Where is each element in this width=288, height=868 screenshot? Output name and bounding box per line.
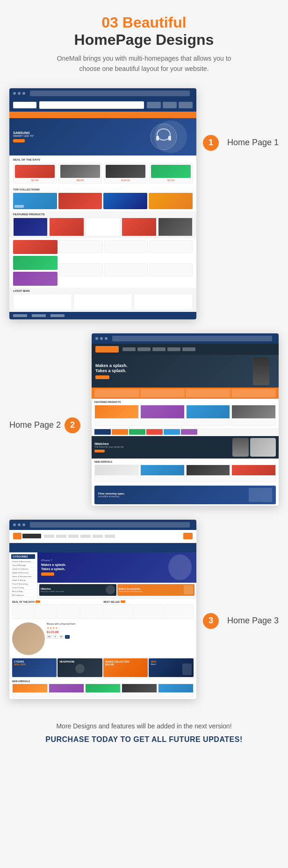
hp2-cat-2 [112, 429, 128, 435]
hp3-star-1: ★ [47, 626, 49, 629]
hp1-mini-2 [104, 240, 148, 253]
hp3-deal-products [12, 604, 102, 619]
hp2-dot2 [100, 337, 103, 340]
footer-cta: PURCHASE TODAY TO GET ALL FUTURE UPDATES… [45, 735, 242, 744]
hp3-best-p1 [103, 604, 133, 619]
hp3-promo-banners: iWatches Hurry for a whole new watch iPa… [37, 583, 196, 597]
hp2-prod-4 [231, 405, 276, 426]
hp1-product-img-shirt [15, 165, 55, 178]
hp1-nav [9, 99, 196, 112]
hp3-deal-p1 [12, 604, 34, 619]
hp3-size-l: L [65, 635, 70, 639]
hp1-collection-2 [58, 193, 102, 209]
hp3-star-5: ★ [58, 626, 60, 629]
hp2-promo-1 [94, 389, 139, 397]
hp2-cat-4 [146, 429, 163, 435]
hp1-product-mini-grid [59, 240, 193, 286]
hp1-news-3 [134, 294, 193, 310]
hp2-promo-3 [186, 389, 230, 397]
hp3-nav-link-3 [68, 535, 79, 538]
hp3-best-p2 [134, 604, 163, 619]
hp1-headphones-icon [150, 123, 178, 151]
hp3-url-bar [30, 522, 190, 528]
hp1-news-row [13, 294, 193, 310]
hp3-best-badge [121, 600, 125, 603]
hp1-browser-header [9, 88, 196, 99]
hp3-size-row: XS S M L [47, 635, 194, 639]
svg-rect-3 [168, 136, 171, 141]
hp3-hero-title-2: Takes a splash. [41, 567, 66, 571]
hp3-cart [183, 533, 193, 539]
hp1-badge: 1 [203, 135, 219, 151]
hp3-hero: iPhone 7 Makes a splash. Takes a splash. [37, 552, 196, 583]
hp2-hero-text: Makes a splash. Takes a splash. [95, 363, 128, 379]
hp1-promo-card-2 [13, 256, 58, 270]
hp2-nav-link-4 [167, 347, 180, 351]
hp1-collections-row [13, 193, 193, 209]
subtitle: OneMall brings you with multi-homepages … [46, 53, 242, 74]
hp3-hero-cta [41, 572, 54, 576]
hp3-best-label: BEST SELLER [103, 600, 119, 603]
hp1-latest: LATEST NEWS [9, 288, 196, 312]
hp3-browser-header [9, 520, 196, 530]
hp1-featured-3 [86, 218, 120, 236]
hp1-url-bar [30, 91, 190, 96]
hp2-new-arrivals: NEW ARRIVALS [92, 459, 279, 484]
hp3-shoes-price: $24.99 [105, 663, 146, 666]
hp1-product-4: $15.00 [149, 163, 193, 183]
hp1-featured: FEATURED PRODUCTS [9, 211, 196, 238]
hp3-cat-4: Digital & Electronics [11, 571, 35, 575]
hp2-screenshot-wrapper: Makes a splash. Takes a splash. FEATURED… [92, 333, 279, 506]
hp3-main-content: iPhone 7 Makes a splash. Takes a splash. [37, 552, 196, 599]
hp3-iphone-label: iPhone 7 [41, 559, 66, 562]
hp1-dot2 [18, 92, 21, 95]
hp1-footer [9, 312, 196, 319]
hp3-promo-hp-label: HEADPHONE [59, 660, 100, 663]
hp2-hero-btn [95, 375, 109, 379]
hp1-news-1 [13, 294, 72, 310]
hp3-hero-title-1: Makes a splash. [41, 563, 66, 567]
hp3-featured-big: Blouse with a flounced hem ★ ★ ★ ★ ★ $11… [9, 621, 196, 657]
hp2-tv-promo: Flow amazing apps, incredible streaming [94, 486, 276, 504]
hp3-bestseller-col: BEST SELLER [103, 600, 193, 619]
hp2-iwatches-section: iWatches The finest for your whole life [92, 436, 279, 459]
hp1-mini-6 [149, 263, 193, 276]
hp3-stars: ★ ★ ★ ★ ★ [47, 626, 194, 629]
title-normal: HomePage Designs [74, 31, 214, 49]
hp2-watch-2 [250, 438, 276, 457]
hp2-products-section: FEATURED PRODUCTS [92, 399, 279, 428]
hp1-promo-card-1 [13, 240, 58, 254]
hp1-browser: SAMSUNG SMART LED 70" [9, 88, 196, 319]
hp1-featured-4 [122, 218, 156, 236]
hp1-footer-link-1 [13, 314, 27, 317]
hp1-product-price-3: $119.00 [121, 179, 130, 182]
hp2-nav-link-1 [122, 347, 136, 351]
hp3-new-4 [122, 684, 157, 698]
hp3-deal-p2 [35, 604, 57, 619]
hp2-product-grid [94, 405, 276, 426]
hp1-deals-title: DEAL OF THE DAYS [13, 158, 193, 161]
hp3-sidebar: CATEGORIES Fashion & Accessories Toys & … [9, 552, 37, 599]
hp3-new-row [12, 684, 194, 698]
hp1-footer-link-2 [32, 314, 46, 317]
hp2-cat-3 [129, 429, 145, 435]
hp3-cat-9: Mom & Baby [11, 590, 35, 593]
hp2-products-title: FEATURED PRODUCTS [94, 401, 276, 403]
hp3-new-arrivals: NEW ARRIVALS [9, 678, 196, 699]
hp2-nav-links [122, 347, 275, 351]
hp1-nav-icon-3 [179, 102, 193, 108]
hp3-deal-p3 [58, 604, 79, 619]
hp3-subbar [9, 543, 196, 552]
hp2-nav-link-3 [152, 347, 166, 351]
hp1-featured-1 [13, 218, 48, 236]
hp1-hero-text: SAMSUNG SMART LED 70" [13, 131, 34, 142]
hp1-product-img-headphones [106, 165, 145, 178]
hp2-iwatches-text: iWatches The finest for your whole life [94, 442, 230, 452]
hp3-star-4: ★ [55, 626, 58, 629]
hp2-nav [92, 344, 279, 355]
hp3-browser: CATEGORIES Fashion & Accessories Toys & … [9, 520, 196, 699]
hp1-mini-5 [104, 263, 148, 276]
hp3-cat-all: All Categories [11, 593, 35, 597]
hp1-mini-1 [59, 240, 103, 253]
hp3-body: CATEGORIES Fashion & Accessories Toys & … [9, 552, 196, 599]
